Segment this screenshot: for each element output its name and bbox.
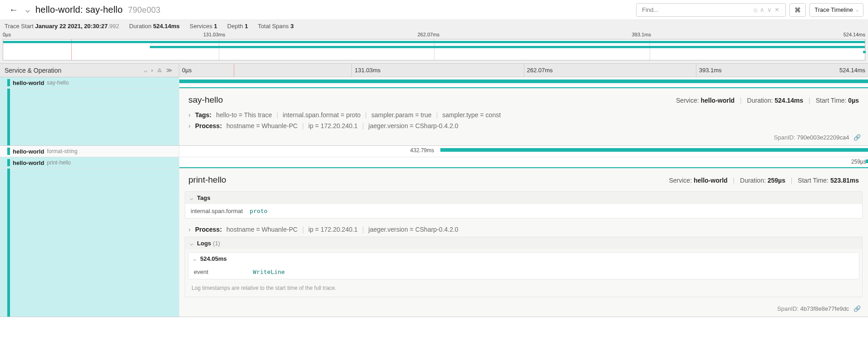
span-name-cell[interactable]: hello-world print-hello [0, 157, 179, 168]
summary-total-spans: Total Spans 3 [258, 23, 294, 30]
trace-header: ← ⌵ hello-world: say-hello 790e003 ⦸ ∧ ∨… [0, 0, 868, 20]
logs-footnote: Log timestamps are relative to the start… [185, 282, 862, 297]
span-bar [440, 148, 868, 152]
summary-duration: Duration 524.14ms [129, 23, 180, 30]
keyboard-shortcuts-button[interactable]: ⌘ [789, 3, 806, 17]
service-color-marker [7, 159, 10, 166]
span-rows: hello-world say-hello say-hello Service:… [0, 77, 868, 317]
find-prev-icon[interactable]: ∧ [760, 6, 764, 13]
minimap-span-bar [150, 46, 865, 48]
column-headers: Service & Operation ⌵ › ⩓ ≫ 0µs 131.03ms… [0, 64, 868, 77]
caret-down-icon[interactable]: ⌵ [190, 194, 193, 201]
service-color-marker [7, 148, 10, 155]
span-detail: say-hello Service: hello-world | Duratio… [0, 89, 868, 146]
trace-title: hello-world: say-hello 790e003 [35, 5, 161, 15]
span-row[interactable]: hello-world print-hello 259µs [0, 157, 868, 169]
span-name-cell[interactable]: hello-world format-string [0, 146, 179, 157]
collapse-toggle[interactable]: ⌵ [23, 5, 33, 14]
span-id-footer: SpanID: 790e003e22209ca4 🔗 [179, 131, 868, 145]
minimap-span-bar [3, 41, 865, 43]
span-bar-area[interactable]: 259µs [179, 157, 868, 168]
span-row[interactable]: hello-world format-string 432.79ms [0, 146, 868, 157]
tag-row: internal.span.format proto [185, 204, 862, 218]
time-axis-header: 0µs 131.03ms 262.07ms 393.1ms 524.14ms [179, 64, 868, 77]
span-id-footer: SpanID: 4b73f8e8e77fe9dc 🔗 [179, 303, 868, 317]
trace-view-dropdown[interactable]: Trace Timeline ⌵ [809, 3, 863, 17]
minimap-span-bar [863, 51, 866, 53]
log-entry: ⌵ 524.05ms event WriteLine [188, 252, 859, 279]
minimap-ticks: 0µs 131.03ms 262.07ms 393.1ms 524.14ms [3, 32, 865, 38]
caret-right-icon[interactable]: › [188, 122, 191, 129]
expand-all-icon[interactable]: ≫ [166, 67, 173, 74]
tags-row[interactable]: › Tags: hello-to = This trace| internal.… [179, 109, 868, 120]
process-row[interactable]: › Process: hostname = Whuanle-PC| ip = 1… [179, 120, 868, 131]
span-bar [179, 80, 868, 83]
process-row[interactable]: › Process: hostname = Whuanle-PC| ip = 1… [179, 224, 868, 235]
trace-summary-bar: Trace Start January 22 2021, 20:30:27.99… [0, 20, 868, 32]
log-time-header[interactable]: ⌵ 524.05ms [188, 253, 859, 265]
caret-right-icon[interactable]: › [188, 226, 191, 233]
minimap-viewport[interactable] [3, 39, 865, 60]
link-icon[interactable]: 🔗 [853, 134, 861, 141]
chevron-down-icon: ⌵ [856, 7, 858, 12]
link-icon[interactable]: 🔗 [853, 305, 861, 312]
logs-section-header[interactable]: ⌵ Logs (1) [185, 237, 862, 249]
command-icon: ⌘ [794, 6, 801, 14]
summary-trace-start: Trace Start January 22 2021, 20:30:27.99… [5, 23, 119, 30]
caret-down-icon[interactable]: ⌵ [193, 255, 197, 262]
log-field-row: event WriteLine [188, 265, 859, 279]
span-name-cell[interactable]: hello-world say-hello [0, 77, 179, 88]
column-title-left: Service & Operation [5, 67, 61, 74]
find-next-icon[interactable]: ∨ [767, 6, 772, 13]
span-bar [866, 159, 868, 163]
find-close-icon[interactable]: ✕ [774, 6, 779, 13]
logs-section: ⌵ Logs (1) ⌵ 524.05ms event WriteLine Lo… [185, 237, 863, 297]
collapse-all-icon[interactable]: ⌵ [144, 67, 148, 74]
find-clear-icon[interactable]: ⦸ [754, 6, 757, 14]
summary-depth: Depth 1 [227, 23, 248, 30]
tree-controls: ⌵ › ⩓ ≫ [142, 67, 174, 74]
expand-one-icon[interactable]: › [151, 67, 153, 74]
trace-minimap[interactable]: 0µs 131.03ms 262.07ms 393.1ms 524.14ms [0, 32, 868, 64]
find-input[interactable] [641, 5, 752, 15]
tags-section: ⌵ Tags internal.span.format proto [185, 191, 863, 219]
service-color-marker [7, 79, 10, 86]
caret-down-icon[interactable]: ⌵ [190, 240, 193, 247]
trace-id: 790e003 [128, 5, 160, 15]
back-button[interactable]: ← [5, 5, 23, 15]
find-nav-controls: ⦸ ∧ ∨ ✕ [752, 6, 781, 14]
caret-right-icon[interactable]: › [188, 111, 191, 119]
detail-operation: say-hello [188, 95, 223, 105]
tags-section-header[interactable]: ⌵ Tags [185, 192, 862, 204]
span-detail: print-hello Service: hello-world | Durat… [0, 169, 868, 317]
span-row[interactable]: hello-world say-hello [0, 77, 868, 89]
span-bar-area[interactable] [179, 77, 868, 88]
summary-services: Services 1 [190, 23, 217, 30]
find-box: ⦸ ∧ ∨ ✕ [636, 3, 786, 17]
detail-operation: print-hello [188, 175, 226, 185]
span-bar-area[interactable]: 432.79ms [179, 146, 868, 157]
collapse-one-icon[interactable]: ⩓ [157, 67, 163, 74]
